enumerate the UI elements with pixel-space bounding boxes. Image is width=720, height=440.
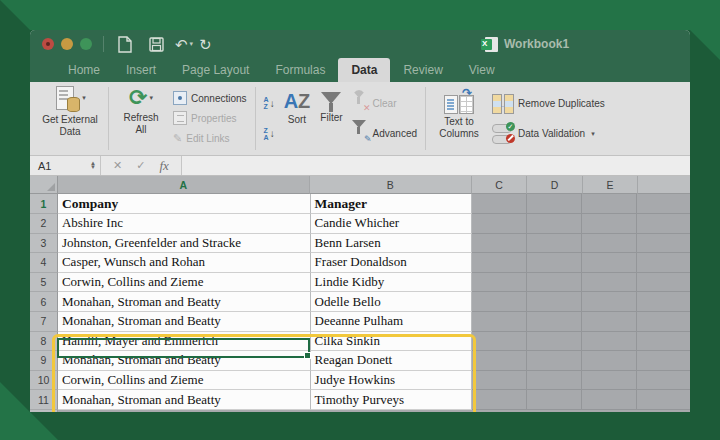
cell-company[interactable]: Abshire Inc (58, 214, 311, 234)
tab-view[interactable]: View (456, 58, 508, 82)
undo-button[interactable]: ↶ ▾ (175, 37, 193, 52)
cell-company[interactable]: Monahan, Stroman and Beatty (58, 292, 311, 312)
cell-manager[interactable]: Timothy Purveys (311, 390, 473, 410)
cell-manager[interactable]: Manager (311, 194, 473, 214)
cell-company[interactable]: Company (58, 194, 311, 214)
cell-manager[interactable]: Judye Howkins (311, 371, 473, 391)
cell-company[interactable]: Johnston, Greenfelder and Stracke (58, 234, 311, 254)
row-header[interactable]: 11 (30, 390, 58, 410)
clear-filter-label: Clear (373, 98, 397, 109)
minimize-button[interactable] (61, 38, 73, 50)
refresh-all-button[interactable]: ⟳ ▾ Refresh All (113, 82, 169, 155)
ribbon: ▾ Get External Data ⟳ ▾ Refresh All Conn… (30, 82, 690, 156)
cell-manager[interactable]: Lindie Kidby (311, 273, 473, 293)
formula-input[interactable] (182, 156, 690, 175)
cell-manager[interactable]: Benn Larsen (311, 234, 473, 254)
tab-page-layout[interactable]: Page Layout (169, 58, 262, 82)
text-to-columns-icon: ↷ (444, 88, 474, 114)
table-row: 5 Corwin, Collins and Zieme Lindie Kidby (30, 273, 690, 293)
empty-cells[interactable] (472, 390, 690, 410)
cell-manager[interactable]: Reagan Donett (311, 351, 473, 371)
row-header[interactable]: 2 (30, 214, 58, 234)
empty-cells[interactable] (472, 371, 690, 391)
zoom-button[interactable] (80, 38, 92, 50)
tab-insert[interactable]: Insert (113, 58, 169, 82)
sort-ascending-button[interactable]: AZ ↓ (264, 94, 275, 112)
empty-cells[interactable] (472, 273, 690, 293)
empty-cells[interactable] (472, 351, 690, 371)
cell-manager[interactable]: Odelle Bello (311, 292, 473, 312)
cancel-icon[interactable]: ✕ (113, 159, 122, 172)
row-header[interactable]: 4 (30, 253, 58, 273)
advanced-filter-button[interactable]: ✎ Advanced (352, 124, 417, 144)
data-validation-caret-icon[interactable]: ▾ (591, 130, 595, 138)
select-all-button[interactable] (30, 176, 58, 194)
cell-manager[interactable]: Deeanne Pulham (311, 312, 473, 332)
empty-cells[interactable] (472, 312, 690, 332)
excel-window: ↶ ▾ ↻ Workbook1 Home Insert Page Layout … (30, 30, 690, 412)
column-header-e[interactable]: E (583, 176, 639, 194)
name-box[interactable]: A1 ▲ ▼ (30, 156, 101, 175)
get-external-data-icon (54, 86, 80, 112)
formula-buttons: ✕ ✓ fx (101, 156, 182, 175)
cell-company[interactable]: Casper, Wunsch and Rohan (58, 253, 311, 273)
undo-dropdown-caret-icon[interactable]: ▾ (190, 40, 194, 48)
column-header-d[interactable]: D (527, 176, 583, 194)
text-to-columns-button[interactable]: ↷ Text to Columns (430, 82, 488, 155)
empty-cells[interactable] (472, 234, 690, 254)
row-header[interactable]: 6 (30, 292, 58, 312)
data-validation-icon: ✓ (492, 124, 514, 144)
cell-company[interactable]: Corwin, Collins and Zieme (58, 371, 311, 391)
get-external-data-caret-icon[interactable]: ▾ (82, 94, 86, 102)
row-header[interactable]: 7 (30, 312, 58, 332)
row-header[interactable]: 10 (30, 371, 58, 391)
close-button[interactable] (42, 38, 54, 50)
save-button[interactable] (144, 34, 168, 54)
column-header-f[interactable] (638, 176, 690, 194)
cell-company[interactable]: Monahan, Stroman and Beatty (58, 312, 311, 332)
redo-button[interactable]: ↻ (199, 37, 212, 52)
tab-data[interactable]: Data (338, 58, 390, 82)
edit-links-label: Edit Links (186, 133, 229, 144)
tab-formulas[interactable]: Formulas (262, 58, 338, 82)
empty-cells[interactable] (472, 332, 690, 352)
sort-button[interactable]: AZ Sort (279, 82, 316, 155)
remove-duplicates-button[interactable]: → Remove Duplicates (492, 93, 605, 113)
connections-button[interactable]: Connections (173, 88, 247, 108)
empty-cells[interactable] (472, 194, 690, 214)
cell-company[interactable]: Corwin, Collins and Zieme (58, 273, 311, 293)
empty-cells[interactable] (472, 292, 690, 312)
cell-manager[interactable]: Fraser Donaldson (311, 253, 473, 273)
empty-cells[interactable] (472, 214, 690, 234)
formula-bar: A1 ▲ ▼ ✕ ✓ fx (30, 156, 690, 176)
new-document-button[interactable] (113, 34, 137, 54)
enter-icon[interactable]: ✓ (136, 159, 145, 172)
properties-label: Properties (191, 113, 237, 124)
column-header-b[interactable]: B (310, 176, 472, 194)
get-external-data-button[interactable]: ▾ Get External Data (36, 82, 104, 155)
empty-cells[interactable] (472, 253, 690, 273)
cell-company[interactable]: Hamill, Mayer and Emmerich (58, 332, 311, 352)
name-box-stepper[interactable]: ▲ ▼ (90, 162, 96, 169)
sort-descending-button[interactable]: ZA ↓ (264, 125, 275, 143)
row-header[interactable]: 8 (30, 332, 58, 352)
cell-company[interactable]: Monahan, Stroman and Beatty (58, 390, 311, 410)
cell-company[interactable]: Monahan, Stroman and Beatty (58, 351, 311, 371)
row-header[interactable]: 1 (30, 194, 58, 214)
row-header[interactable]: 9 (30, 351, 58, 371)
column-header-a[interactable]: A (58, 176, 310, 194)
cell-manager[interactable]: Candie Whicher (311, 214, 473, 234)
insert-function-icon[interactable]: fx (159, 158, 168, 174)
tab-review[interactable]: Review (390, 58, 455, 82)
cell-manager[interactable]: Cilka Sinkin (311, 332, 473, 352)
row-header[interactable]: 3 (30, 234, 58, 254)
tab-home[interactable]: Home (55, 58, 113, 82)
properties-button: Properties (173, 108, 247, 128)
column-header-c[interactable]: C (472, 176, 528, 194)
refresh-all-caret-icon[interactable]: ▾ (149, 94, 153, 102)
title-bar: ↶ ▾ ↻ Workbook1 (30, 30, 690, 58)
column-header-row: A B C D E (30, 176, 690, 194)
filter-button[interactable]: Filter (315, 82, 347, 155)
row-header[interactable]: 5 (30, 273, 58, 293)
data-validation-button[interactable]: ✓ Data Validation ▾ (492, 124, 605, 144)
